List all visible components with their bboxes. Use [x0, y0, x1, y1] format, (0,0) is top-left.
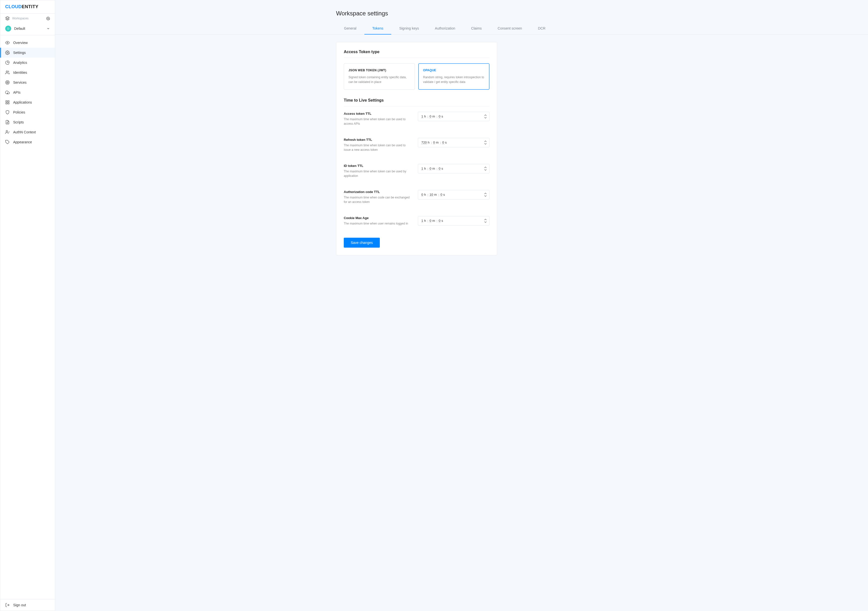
sidebar: CLOUDENTITY Workspaces D Default Overvie…	[0, 0, 55, 611]
svg-point-3	[7, 52, 8, 53]
ttl-minutes[interactable]: 0	[429, 167, 431, 171]
sidebar-item-applications[interactable]: Applications	[0, 97, 55, 107]
main-content: Workspace settings General Tokens Signin…	[55, 0, 868, 611]
ttl-input-refresh-token[interactable]: 720h : 0m : 0s	[418, 138, 490, 147]
stepper-up-icon[interactable]	[484, 192, 487, 195]
brand-bold: CLOUD	[5, 4, 22, 9]
sidebar-item-scripts[interactable]: Scripts	[0, 117, 55, 127]
ttl-row-authorization-code: Authorization code TTL The maximum time …	[344, 190, 490, 204]
svg-point-21	[6, 130, 8, 132]
ttl-seconds[interactable]: 0	[440, 193, 442, 197]
logout-icon	[5, 603, 10, 607]
stepper-up-icon[interactable]	[484, 218, 487, 221]
token-type-desc: Signed token containing entity specific …	[349, 75, 410, 84]
ttl-title: Refresh token TTL	[344, 138, 411, 142]
tab-tokens[interactable]: Tokens	[364, 23, 391, 34]
sidebar-item-label: Overview	[13, 41, 28, 45]
sidebar-item-analytics[interactable]: Analytics	[0, 57, 55, 68]
sidebar-item-services[interactable]: Services	[0, 77, 55, 87]
ttl-input-access-token[interactable]: 1h : 0m : 0s	[418, 112, 490, 121]
sidebar-item-settings[interactable]: Settings	[0, 48, 55, 57]
tab-claims[interactable]: Claims	[463, 23, 490, 34]
tab-signing-keys[interactable]: Signing keys	[391, 23, 427, 34]
token-type-opaque[interactable]: OPAQUE Random string, requires token int…	[418, 63, 490, 90]
workspace-selector[interactable]: D Default	[0, 23, 55, 35]
sidebar-item-appearance[interactable]: Appearance	[0, 137, 55, 147]
ttl-desc: The maximum time when token can be used …	[344, 117, 411, 126]
ttl-hours[interactable]: 1	[421, 219, 423, 223]
ttl-minutes[interactable]: 0	[433, 141, 435, 145]
stepper-down-icon[interactable]	[484, 221, 487, 223]
svg-point-2	[7, 42, 8, 43]
save-button[interactable]: Save changes	[344, 238, 380, 247]
sidebar-item-label: Scripts	[13, 120, 24, 124]
brand-logo: CLOUDENTITY	[0, 0, 55, 14]
sidebar-item-identities[interactable]: Identities	[0, 68, 55, 77]
tab-consent-screen[interactable]: Consent screen	[490, 23, 530, 34]
ttl-hours[interactable]: 720	[421, 141, 427, 145]
svg-rect-16	[8, 101, 9, 102]
tab-dcr[interactable]: DCR	[530, 23, 553, 34]
usercheck-icon	[5, 130, 10, 135]
stepper-down-icon[interactable]	[484, 117, 487, 119]
ttl-seconds[interactable]: 0	[439, 114, 441, 119]
sidebar-item-label: Services	[13, 80, 26, 84]
stepper-up-icon[interactable]	[484, 114, 487, 116]
stepper-down-icon[interactable]	[484, 169, 487, 171]
ttl-title: Access token TTL	[344, 112, 411, 116]
gear-icon[interactable]	[46, 17, 50, 20]
page-title: Workspace settings	[336, 0, 587, 23]
ttl-hours[interactable]: 1	[421, 114, 423, 119]
token-type-jwt[interactable]: JSON WEB TOKEN (JWT) Signed token contai…	[344, 63, 415, 90]
sidebar-item-policies[interactable]: Policies	[0, 107, 55, 117]
ttl-desc: The maximum time when token can be used …	[344, 143, 411, 152]
ttl-seconds[interactable]: 0	[442, 141, 444, 145]
ttl-input-cookie-max-age[interactable]: 1h : 0m : 0s	[418, 216, 490, 226]
ttl-minutes[interactable]: 0	[429, 114, 431, 119]
tab-authorization[interactable]: Authorization	[427, 23, 463, 34]
token-type-title: OPAQUE	[423, 68, 485, 72]
svg-rect-15	[6, 101, 7, 102]
ttl-hours[interactable]: 1	[421, 167, 423, 171]
stepper-down-icon[interactable]	[484, 143, 487, 145]
ttl-row-cookie-max-age: Cookie Max Age The maximum time when use…	[344, 216, 490, 226]
ttl-seconds[interactable]: 0	[439, 219, 441, 223]
ttl-row-refresh-token: Refresh token TTL The maximum time when …	[344, 138, 490, 152]
svg-point-4	[6, 71, 8, 72]
ttl-heading: Time to Live Settings	[344, 98, 490, 106]
svg-rect-18	[6, 103, 7, 104]
sidebar-item-label: AuthN Context	[13, 130, 36, 134]
svg-point-1	[48, 18, 49, 19]
stepper-up-icon[interactable]	[484, 140, 487, 142]
ttl-hours[interactable]: 0	[421, 193, 423, 197]
brand-rest: ENTITY	[22, 4, 39, 9]
ttl-seconds[interactable]: 0	[439, 167, 441, 171]
sidebar-item-label: Applications	[13, 101, 32, 104]
token-type-title: JSON WEB TOKEN (JWT)	[349, 68, 410, 72]
sidebar-item-label: Analytics	[13, 60, 27, 65]
gear-icon	[5, 50, 10, 55]
token-type-desc: Random string, requires token introspect…	[423, 75, 485, 84]
ttl-minutes[interactable]: 0	[429, 219, 431, 223]
sidebar-item-apis[interactable]: APIs	[0, 87, 55, 97]
stepper-down-icon[interactable]	[484, 195, 487, 197]
sign-out-button[interactable]: Sign out	[0, 599, 55, 611]
sidebar-item-overview[interactable]: Overview	[0, 38, 55, 48]
sidebar-item-label: Identities	[13, 71, 27, 74]
ttl-desc: The maximum time when user remains logge…	[344, 221, 411, 226]
grid-icon	[5, 100, 10, 105]
workspaces-header: Workspaces	[0, 14, 55, 23]
sign-out-label: Sign out	[13, 603, 26, 607]
ttl-title: Cookie Max Age	[344, 216, 411, 220]
stepper-up-icon[interactable]	[484, 166, 487, 169]
workspace-initial-badge: D	[5, 26, 11, 31]
file-icon	[5, 120, 10, 124]
ttl-minutes[interactable]: 10	[429, 193, 433, 197]
ttl-input-authorization-code[interactable]: 0h : 10m : 0s	[418, 190, 490, 200]
ttl-input-id-token[interactable]: 1h : 0m : 0s	[418, 164, 490, 173]
sidebar-item-label: Policies	[13, 110, 25, 114]
ttl-title: Authorization code TTL	[344, 190, 411, 194]
sidebar-item-authn-context[interactable]: AuthN Context	[0, 127, 55, 137]
tab-general[interactable]: General	[336, 23, 364, 34]
ttl-title: ID token TTL	[344, 164, 411, 168]
